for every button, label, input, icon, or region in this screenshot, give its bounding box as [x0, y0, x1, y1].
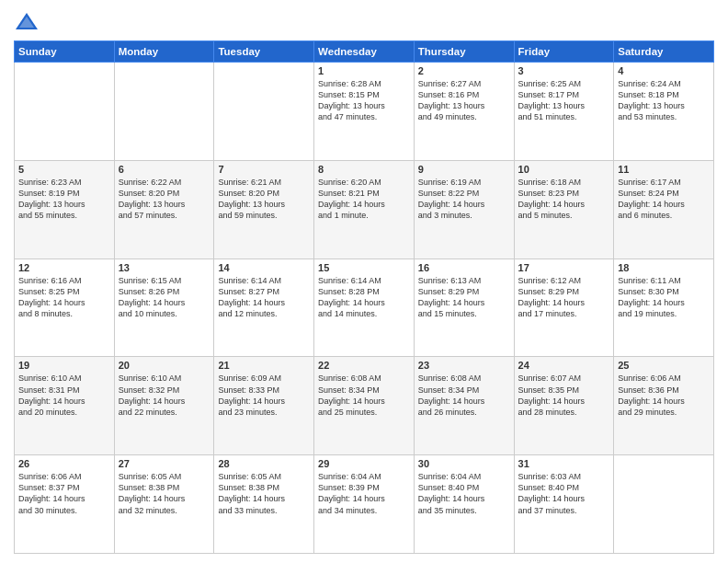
day-number: 5 [18, 164, 110, 175]
day-number: 8 [318, 164, 410, 175]
day-number: 19 [18, 360, 110, 371]
day-number: 6 [119, 164, 210, 175]
day-number: 18 [618, 262, 710, 273]
weekday-header-monday: Monday [114, 41, 214, 63]
weekday-header-tuesday: Tuesday [214, 41, 314, 63]
day-number: 12 [18, 262, 110, 273]
header [14, 9, 714, 35]
day-number: 3 [518, 65, 610, 76]
calendar-cell: 26Sunrise: 6:06 AM Sunset: 8:37 PM Dayli… [15, 455, 115, 554]
calendar-cell: 16Sunrise: 6:13 AM Sunset: 8:29 PM Dayli… [414, 259, 514, 357]
calendar-cell: 25Sunrise: 6:06 AM Sunset: 8:36 PM Dayli… [614, 357, 714, 455]
calendar-cell: 8Sunrise: 6:20 AM Sunset: 8:21 PM Daylig… [314, 160, 415, 259]
day-number: 2 [418, 65, 510, 76]
day-number: 31 [518, 458, 610, 469]
day-info: Sunrise: 6:06 AM Sunset: 8:36 PM Dayligh… [618, 373, 710, 418]
day-number: 30 [418, 458, 510, 469]
calendar-cell: 9Sunrise: 6:19 AM Sunset: 8:22 PM Daylig… [414, 160, 514, 259]
day-number: 4 [618, 65, 710, 76]
day-info: Sunrise: 6:07 AM Sunset: 8:35 PM Dayligh… [518, 373, 610, 418]
day-info: Sunrise: 6:16 AM Sunset: 8:25 PM Dayligh… [18, 275, 110, 320]
logo [14, 9, 43, 35]
weekday-header-sunday: Sunday [15, 41, 115, 63]
day-info: Sunrise: 6:17 AM Sunset: 8:24 PM Dayligh… [618, 177, 710, 222]
calendar-cell: 5Sunrise: 6:23 AM Sunset: 8:19 PM Daylig… [15, 160, 115, 259]
calendar-table: SundayMondayTuesdayWednesdayThursdayFrid… [14, 40, 714, 554]
calendar-cell: 31Sunrise: 6:03 AM Sunset: 8:40 PM Dayli… [514, 455, 614, 554]
day-info: Sunrise: 6:23 AM Sunset: 8:19 PM Dayligh… [18, 177, 110, 222]
day-info: Sunrise: 6:05 AM Sunset: 8:38 PM Dayligh… [119, 471, 210, 516]
calendar-cell [614, 455, 714, 554]
day-info: Sunrise: 6:22 AM Sunset: 8:20 PM Dayligh… [119, 177, 210, 222]
calendar-cell: 24Sunrise: 6:07 AM Sunset: 8:35 PM Dayli… [514, 357, 614, 455]
day-info: Sunrise: 6:13 AM Sunset: 8:29 PM Dayligh… [418, 275, 510, 320]
day-number: 23 [418, 360, 510, 371]
day-number: 27 [119, 458, 210, 469]
day-info: Sunrise: 6:20 AM Sunset: 8:21 PM Dayligh… [318, 177, 410, 222]
day-info: Sunrise: 6:08 AM Sunset: 8:34 PM Dayligh… [418, 373, 510, 418]
calendar-week-row: 19Sunrise: 6:10 AM Sunset: 8:31 PM Dayli… [15, 357, 714, 455]
day-info: Sunrise: 6:03 AM Sunset: 8:40 PM Dayligh… [518, 471, 610, 516]
day-number: 9 [418, 164, 510, 175]
day-info: Sunrise: 6:27 AM Sunset: 8:16 PM Dayligh… [418, 78, 510, 123]
day-info: Sunrise: 6:18 AM Sunset: 8:23 PM Dayligh… [518, 177, 610, 222]
calendar-week-row: 1Sunrise: 6:28 AM Sunset: 8:15 PM Daylig… [15, 63, 714, 161]
day-number: 7 [218, 164, 310, 175]
day-number: 24 [518, 360, 610, 371]
calendar-cell: 10Sunrise: 6:18 AM Sunset: 8:23 PM Dayli… [514, 160, 614, 259]
day-info: Sunrise: 6:06 AM Sunset: 8:37 PM Dayligh… [18, 471, 110, 516]
day-number: 17 [518, 262, 610, 273]
calendar-cell: 1Sunrise: 6:28 AM Sunset: 8:15 PM Daylig… [314, 63, 415, 161]
day-info: Sunrise: 6:10 AM Sunset: 8:32 PM Dayligh… [119, 373, 210, 418]
day-info: Sunrise: 6:21 AM Sunset: 8:20 PM Dayligh… [218, 177, 310, 222]
calendar-cell: 20Sunrise: 6:10 AM Sunset: 8:32 PM Dayli… [114, 357, 214, 455]
calendar-cell: 30Sunrise: 6:04 AM Sunset: 8:40 PM Dayli… [414, 455, 514, 554]
calendar-cell: 2Sunrise: 6:27 AM Sunset: 8:16 PM Daylig… [414, 63, 514, 161]
calendar-cell: 15Sunrise: 6:14 AM Sunset: 8:28 PM Dayli… [314, 259, 415, 357]
day-info: Sunrise: 6:25 AM Sunset: 8:17 PM Dayligh… [518, 78, 610, 123]
weekday-header-wednesday: Wednesday [314, 41, 415, 63]
calendar-cell [15, 63, 115, 161]
day-number: 14 [218, 262, 310, 273]
calendar-cell [214, 63, 314, 161]
day-number: 10 [518, 164, 610, 175]
day-info: Sunrise: 6:24 AM Sunset: 8:18 PM Dayligh… [618, 78, 710, 123]
page: SundayMondayTuesdayWednesdayThursdayFrid… [0, 0, 728, 563]
logo-icon [14, 9, 40, 35]
day-info: Sunrise: 6:19 AM Sunset: 8:22 PM Dayligh… [418, 177, 510, 222]
day-number: 20 [119, 360, 210, 371]
calendar-cell: 11Sunrise: 6:17 AM Sunset: 8:24 PM Dayli… [614, 160, 714, 259]
calendar-cell [114, 63, 214, 161]
weekday-header-row: SundayMondayTuesdayWednesdayThursdayFrid… [15, 41, 714, 63]
weekday-header-saturday: Saturday [614, 41, 714, 63]
day-number: 13 [119, 262, 210, 273]
calendar-cell: 3Sunrise: 6:25 AM Sunset: 8:17 PM Daylig… [514, 63, 614, 161]
day-number: 26 [18, 458, 110, 469]
day-info: Sunrise: 6:08 AM Sunset: 8:34 PM Dayligh… [318, 373, 410, 418]
day-info: Sunrise: 6:14 AM Sunset: 8:28 PM Dayligh… [318, 275, 410, 320]
day-number: 28 [218, 458, 310, 469]
calendar-cell: 4Sunrise: 6:24 AM Sunset: 8:18 PM Daylig… [614, 63, 714, 161]
day-info: Sunrise: 6:04 AM Sunset: 8:39 PM Dayligh… [318, 471, 410, 516]
day-info: Sunrise: 6:28 AM Sunset: 8:15 PM Dayligh… [318, 78, 410, 123]
calendar-cell: 29Sunrise: 6:04 AM Sunset: 8:39 PM Dayli… [314, 455, 415, 554]
calendar-cell: 18Sunrise: 6:11 AM Sunset: 8:30 PM Dayli… [614, 259, 714, 357]
day-number: 16 [418, 262, 510, 273]
day-number: 29 [318, 458, 410, 469]
day-number: 21 [218, 360, 310, 371]
calendar-cell: 21Sunrise: 6:09 AM Sunset: 8:33 PM Dayli… [214, 357, 314, 455]
calendar-cell: 17Sunrise: 6:12 AM Sunset: 8:29 PM Dayli… [514, 259, 614, 357]
calendar-cell: 12Sunrise: 6:16 AM Sunset: 8:25 PM Dayli… [15, 259, 115, 357]
day-number: 22 [318, 360, 410, 371]
day-info: Sunrise: 6:15 AM Sunset: 8:26 PM Dayligh… [119, 275, 210, 320]
day-info: Sunrise: 6:14 AM Sunset: 8:27 PM Dayligh… [218, 275, 310, 320]
calendar-cell: 13Sunrise: 6:15 AM Sunset: 8:26 PM Dayli… [114, 259, 214, 357]
calendar-cell: 19Sunrise: 6:10 AM Sunset: 8:31 PM Dayli… [15, 357, 115, 455]
day-number: 15 [318, 262, 410, 273]
day-info: Sunrise: 6:11 AM Sunset: 8:30 PM Dayligh… [618, 275, 710, 320]
day-number: 25 [618, 360, 710, 371]
day-info: Sunrise: 6:10 AM Sunset: 8:31 PM Dayligh… [18, 373, 110, 418]
day-info: Sunrise: 6:04 AM Sunset: 8:40 PM Dayligh… [418, 471, 510, 516]
day-number: 11 [618, 164, 710, 175]
day-info: Sunrise: 6:12 AM Sunset: 8:29 PM Dayligh… [518, 275, 610, 320]
